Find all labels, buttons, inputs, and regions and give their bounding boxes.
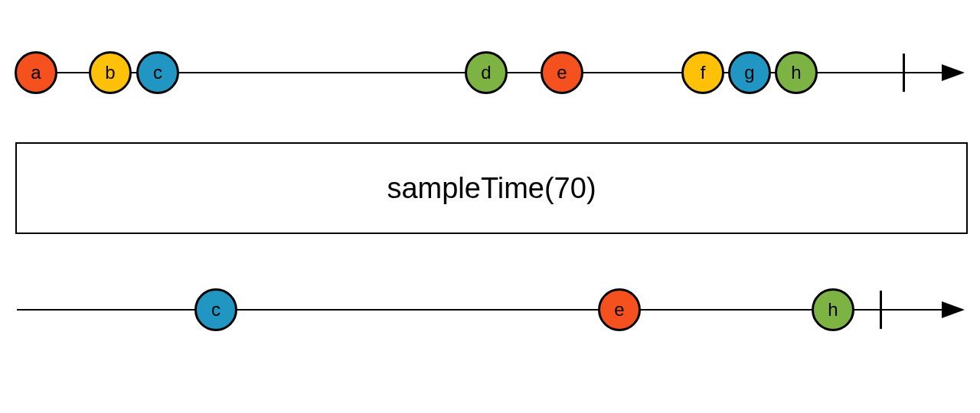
marble-d: d (465, 51, 508, 94)
marble-label: d (481, 62, 491, 83)
operator-label: sampleTime(70) (387, 172, 596, 205)
marble-b: b (89, 51, 132, 94)
marble-c-output: c (194, 288, 237, 331)
marble-e-output: e (598, 288, 641, 331)
output-complete-tick (880, 291, 882, 329)
operator-box: sampleTime(70) (15, 142, 968, 234)
input-complete-tick (903, 54, 905, 92)
marble-e: e (541, 51, 583, 94)
marble-label: f (701, 62, 706, 83)
marble-label: c (153, 62, 162, 83)
arrow-right-icon (942, 64, 965, 81)
marble-h-output: h (812, 288, 854, 331)
marble-diagram: a b c d e f g h sampleTime(70) c e h (0, 0, 980, 413)
marble-label: c (211, 299, 220, 320)
marble-f: f (681, 51, 724, 94)
marble-label: b (105, 62, 115, 83)
marble-c: c (136, 51, 179, 94)
output-timeline (17, 309, 942, 311)
marble-label: g (744, 62, 754, 83)
marble-g: g (728, 51, 771, 94)
marble-label: h (828, 299, 838, 320)
marble-label: h (791, 62, 801, 83)
arrow-right-icon (942, 301, 965, 318)
marble-label: e (614, 299, 624, 320)
marble-label: e (557, 62, 567, 83)
marble-a: a (15, 51, 57, 94)
marble-label: a (31, 62, 41, 83)
marble-h: h (775, 51, 818, 94)
